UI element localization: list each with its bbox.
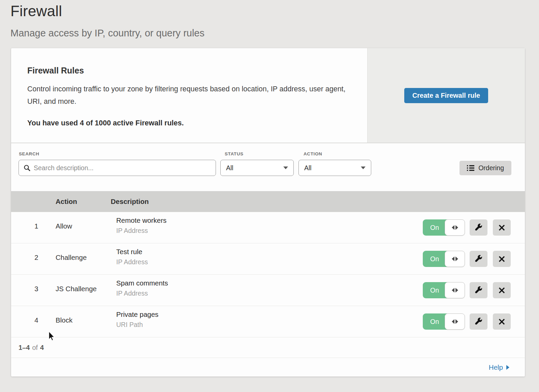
status-select[interactable]: All <box>220 160 294 176</box>
column-header-description: Description <box>111 198 149 206</box>
toggle-handle[interactable] <box>445 251 465 267</box>
delete-rule-button[interactable] <box>493 251 511 267</box>
rule-enabled-toggle[interactable]: On <box>423 219 465 236</box>
table-row: 1 Allow Remote workers IP Address On <box>11 212 525 243</box>
arrow-right-icon <box>455 225 458 230</box>
pagination-of: of <box>32 344 38 352</box>
edit-rule-button[interactable] <box>470 219 487 236</box>
action-select-value: All <box>304 164 312 172</box>
rule-enabled-toggle[interactable]: On <box>423 313 465 330</box>
rule-enabled-toggle[interactable]: On <box>423 282 465 298</box>
page-subtitle: Manage access by IP, country, or query r… <box>10 28 539 39</box>
rule-description-block: Spam comments IP Address <box>116 279 168 297</box>
table-row: 3 JS Challenge Spam comments IP Address … <box>11 275 525 306</box>
rule-action: Allow <box>56 222 72 230</box>
edit-rule-button[interactable] <box>470 282 487 298</box>
rule-priority: 2 <box>31 253 41 262</box>
overview-action-panel: Create a Firewall rule <box>367 48 525 143</box>
close-icon <box>499 256 505 262</box>
rule-action: JS Challenge <box>56 285 97 293</box>
table-row: 2 Challenge Test rule IP Address On <box>11 243 525 275</box>
rule-priority: 3 <box>31 285 41 293</box>
arrow-right-icon <box>455 319 458 324</box>
edit-rule-button[interactable] <box>470 313 487 330</box>
rule-action: Challenge <box>56 253 87 262</box>
close-icon <box>499 287 505 294</box>
status-select-value: All <box>226 164 233 172</box>
delete-rule-button[interactable] <box>493 313 511 330</box>
search-icon <box>24 164 31 172</box>
wrench-icon <box>475 223 483 232</box>
section-description: Control incoming traffic to your zone by… <box>27 83 347 108</box>
toggle-handle[interactable] <box>445 219 465 236</box>
chevron-down-icon <box>283 167 288 169</box>
filters-bar: SEARCH STATUS ACTION All All Ordering <box>11 143 525 191</box>
rule-description-block: Private pages URI Path <box>116 310 158 329</box>
column-header-action: Action <box>56 198 77 206</box>
rule-match-type: IP Address <box>116 290 168 297</box>
section-heading: Firewall Rules <box>27 66 347 76</box>
wrench-icon <box>475 318 483 326</box>
search-label: SEARCH <box>19 151 39 156</box>
help-link-label: Help <box>489 363 503 371</box>
rule-priority: 1 <box>31 222 41 230</box>
search-input[interactable] <box>34 164 211 172</box>
rule-description: Test rule <box>116 248 148 256</box>
arrow-left-icon <box>452 257 454 261</box>
rule-match-type: URI Path <box>116 321 158 329</box>
edit-rule-button[interactable] <box>470 251 487 267</box>
arrow-right-icon <box>455 257 458 261</box>
toggle-handle[interactable] <box>445 282 465 298</box>
toggle-handle[interactable] <box>445 313 465 330</box>
rule-description: Remote workers <box>116 216 166 224</box>
pagination-bar: 1–4 of 4 <box>11 337 525 358</box>
ordering-button-label: Ordering <box>478 164 504 172</box>
delete-rule-button[interactable] <box>493 219 511 236</box>
close-icon <box>499 224 505 231</box>
arrow-left-icon <box>452 288 454 293</box>
action-select[interactable]: All <box>298 160 371 176</box>
table-row: 4 Block Private pages URI Path On <box>11 306 525 337</box>
close-icon <box>499 319 505 325</box>
rule-match-type: IP Address <box>116 258 148 266</box>
arrow-right-icon <box>455 288 458 293</box>
card-footer: Help <box>11 358 525 376</box>
arrow-left-icon <box>452 225 454 230</box>
usage-summary: You have used 4 of 1000 active Firewall … <box>27 119 347 127</box>
rule-description-block: Test rule IP Address <box>116 248 148 266</box>
wrench-icon <box>475 286 483 294</box>
overview-text-block: Firewall Rules Control incoming traffic … <box>11 48 367 143</box>
search-box <box>19 160 216 176</box>
pagination-total: 4 <box>40 344 44 352</box>
rule-action: Block <box>56 316 72 324</box>
overview-section: Firewall Rules Control incoming traffic … <box>11 48 525 143</box>
rule-enabled-toggle[interactable]: On <box>423 251 465 267</box>
status-label: STATUS <box>225 151 244 156</box>
action-label: ACTION <box>304 151 322 156</box>
pagination-range: 1–4 <box>19 344 30 352</box>
page-title: Firewall <box>10 3 539 20</box>
rule-match-type: IP Address <box>116 227 166 235</box>
help-link[interactable]: Help <box>489 363 509 371</box>
delete-rule-button[interactable] <box>493 282 511 298</box>
firewall-rules-card: Firewall Rules Control incoming traffic … <box>11 48 525 376</box>
rule-priority: 4 <box>31 316 41 324</box>
list-ordering-icon <box>467 165 474 171</box>
arrow-left-icon <box>452 319 454 324</box>
table-header: Action Description <box>11 191 525 212</box>
chevron-down-icon <box>361 167 366 169</box>
ordering-button[interactable]: Ordering <box>459 161 511 175</box>
page-header: Firewall Manage access by IP, country, o… <box>0 0 539 39</box>
rule-description: Spam comments <box>116 279 168 287</box>
arrow-right-icon <box>506 365 509 370</box>
create-firewall-rule-button[interactable]: Create a Firewall rule <box>404 88 488 103</box>
rule-description-block: Remote workers IP Address <box>116 216 166 235</box>
wrench-icon <box>475 255 483 263</box>
rule-description: Private pages <box>116 310 158 319</box>
